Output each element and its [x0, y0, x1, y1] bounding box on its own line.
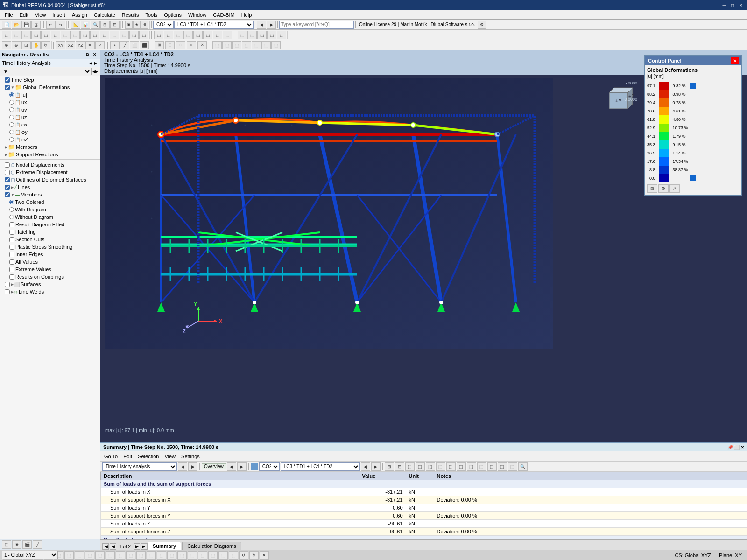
- expand-surfaces[interactable]: ▶: [11, 282, 14, 287]
- sb-btn-20[interactable]: ⬚: [198, 551, 207, 560]
- tab-calculation-diagrams[interactable]: Calculation Diagrams: [182, 542, 241, 550]
- nav-scroll-right[interactable]: ▶: [93, 61, 98, 65]
- nav-item-phix[interactable]: 📋 φx: [0, 121, 100, 128]
- tb-l6[interactable]: ⬚: [203, 31, 212, 39]
- tb-zoom-in[interactable]: ⊕: [2, 41, 11, 49]
- nav-item-with-diagram[interactable]: With Diagram: [0, 206, 100, 213]
- nav-item-outlines[interactable]: ◫ Outlines of Deformed Surfaces: [0, 176, 100, 183]
- tb-l3[interactable]: ⬚: [174, 31, 183, 39]
- page-last-btn[interactable]: ▶|: [141, 543, 148, 550]
- tb-m2[interactable]: ⬚: [247, 31, 257, 39]
- menu-insert[interactable]: Insert: [49, 10, 68, 20]
- sb-btn-18[interactable]: ⬚: [177, 551, 187, 560]
- expand-support[interactable]: ▶: [5, 153, 7, 157]
- prev-timestep-btn[interactable]: ◀: [178, 462, 187, 471]
- expand-members[interactable]: ▶: [5, 145, 7, 149]
- nav-item-members-disp[interactable]: ▼ ▬ Members: [0, 191, 100, 198]
- nav-item-uz[interactable]: 📋 uz: [0, 113, 100, 121]
- nav-detach-icon[interactable]: ⧉: [84, 51, 91, 58]
- table-btn-3[interactable]: ⬚: [405, 462, 415, 471]
- load-combo-dropdown[interactable]: LC3 * TD1 + LC4 * TD2: [174, 21, 254, 29]
- page-prev-btn[interactable]: ◀: [110, 543, 116, 550]
- load-case-dropdown[interactable]: CO2: [153, 21, 174, 29]
- tb-m1[interactable]: ⬚: [238, 31, 247, 39]
- tb-view2[interactable]: 📊: [81, 21, 90, 29]
- sb-btn-19[interactable]: ⬚: [188, 551, 197, 560]
- tb-print[interactable]: 🖨: [31, 21, 41, 29]
- keyword-search[interactable]: [279, 21, 354, 29]
- table-btn-9[interactable]: ⬚: [467, 462, 476, 471]
- page-next-btn[interactable]: ▶: [134, 543, 140, 550]
- table-btn-10[interactable]: ⬚: [477, 462, 486, 471]
- window-controls[interactable]: ─ □ ✕: [721, 2, 744, 8]
- tb-save[interactable]: 💾: [21, 21, 31, 29]
- cp-close-btn[interactable]: ✕: [731, 57, 739, 64]
- menu-help[interactable]: Help: [239, 10, 255, 20]
- menu-results[interactable]: Results: [119, 10, 142, 20]
- menu-window[interactable]: Window: [185, 10, 209, 20]
- cp-btn-settings[interactable]: ⚙: [658, 184, 669, 193]
- table-btn-11[interactable]: ⬚: [487, 462, 497, 471]
- tb-line[interactable]: ╱: [120, 41, 129, 49]
- tb-r13[interactable]: ⬚: [120, 31, 129, 39]
- nav-btn-2[interactable]: 👁: [12, 540, 21, 549]
- tb-view5[interactable]: ⊟: [110, 21, 120, 29]
- tb-view-iso[interactable]: ⊿: [95, 41, 105, 49]
- tb-l7[interactable]: ⬚: [213, 31, 222, 39]
- tb-l8[interactable]: ⬚: [223, 31, 232, 39]
- tb-r3[interactable]: ⬚: [21, 31, 31, 39]
- tb-undo[interactable]: ↩: [46, 21, 56, 29]
- sb-btn-14[interactable]: ⬚: [136, 551, 146, 560]
- menu-cad-bim[interactable]: CAD-BIM: [210, 10, 237, 20]
- nav-item-uy[interactable]: 📋 uy: [0, 106, 100, 113]
- minimize-btn[interactable]: ─: [721, 2, 727, 8]
- tb-view4[interactable]: ⊞: [100, 21, 110, 29]
- tb-license-icon[interactable]: ⚙: [478, 21, 486, 29]
- menu-options[interactable]: Options: [161, 10, 184, 20]
- nav-item-all-values[interactable]: All Values: [0, 258, 100, 266]
- page-first-btn[interactable]: |◀: [102, 543, 109, 550]
- expand-line-welds[interactable]: ▶: [11, 290, 14, 294]
- tb-snap1[interactable]: ⊞: [155, 41, 164, 49]
- nav-item-result-filled[interactable]: Result Diagram Filled: [0, 221, 100, 228]
- sb-btn-13[interactable]: ⬚: [126, 551, 135, 560]
- tb-l4[interactable]: ⬚: [183, 31, 193, 39]
- nav-btn-1[interactable]: ⬚: [2, 540, 11, 549]
- sb-btn-17[interactable]: ⬚: [167, 551, 176, 560]
- tb-sel2[interactable]: ◈: [133, 21, 141, 29]
- nav-item-u-abs[interactable]: 📋 |u|: [0, 91, 100, 98]
- nav-dropdown[interactable]: ▼: [1, 68, 92, 75]
- tb-r2[interactable]: ⬚: [12, 31, 21, 39]
- summary-edit[interactable]: Edit: [121, 454, 134, 459]
- tb-node[interactable]: •: [110, 41, 120, 49]
- sb-btn-24[interactable]: ↺: [239, 551, 248, 560]
- sb-btn-26[interactable]: ✕: [260, 551, 269, 560]
- tb-redo[interactable]: ↪: [56, 21, 65, 29]
- sb-btn-23[interactable]: ⬚: [229, 551, 238, 560]
- sb-btn-12[interactable]: ⬚: [116, 551, 125, 560]
- tb-extra5[interactable]: ⬚: [252, 41, 261, 49]
- tb-r8[interactable]: ⬚: [70, 31, 80, 39]
- tb-r5[interactable]: ⬚: [41, 31, 50, 39]
- tb-r1[interactable]: ⬚: [2, 31, 11, 39]
- table-btn-13[interactable]: ⬚: [508, 462, 517, 471]
- summary-expand-icon[interactable]: ⬜: [734, 445, 740, 450]
- nav-item-inner-edges[interactable]: Inner Edges: [0, 251, 100, 258]
- tb-zoom-out[interactable]: ⊖: [12, 41, 21, 49]
- nav-item-phiy[interactable]: 📋 φy: [0, 128, 100, 136]
- nav-header-icons[interactable]: ⧉ ✕: [84, 51, 98, 58]
- expand-global-def[interactable]: ▼: [11, 85, 14, 90]
- tb-open[interactable]: 📂: [12, 21, 21, 29]
- table-btn-14[interactable]: 🔍: [518, 462, 528, 471]
- sb-btn-10[interactable]: ⬚: [95, 551, 105, 560]
- tb-extra2[interactable]: ⬚: [222, 41, 232, 49]
- tb-r6[interactable]: ⬚: [51, 31, 60, 39]
- nav-item-support[interactable]: ▶ 📁 Support Reactions: [0, 151, 100, 158]
- menu-edit[interactable]: Edit: [17, 10, 31, 20]
- table-btn-7[interactable]: ⬚: [446, 462, 456, 471]
- tb-view-xz[interactable]: XZ: [66, 41, 75, 49]
- nav-item-global-def[interactable]: ▼ 📁 Global Deformations: [0, 84, 100, 91]
- cp-btn-table[interactable]: ⊞: [647, 184, 657, 193]
- tb-extra4[interactable]: ⬚: [242, 41, 251, 49]
- menu-assign[interactable]: Assign: [69, 10, 90, 20]
